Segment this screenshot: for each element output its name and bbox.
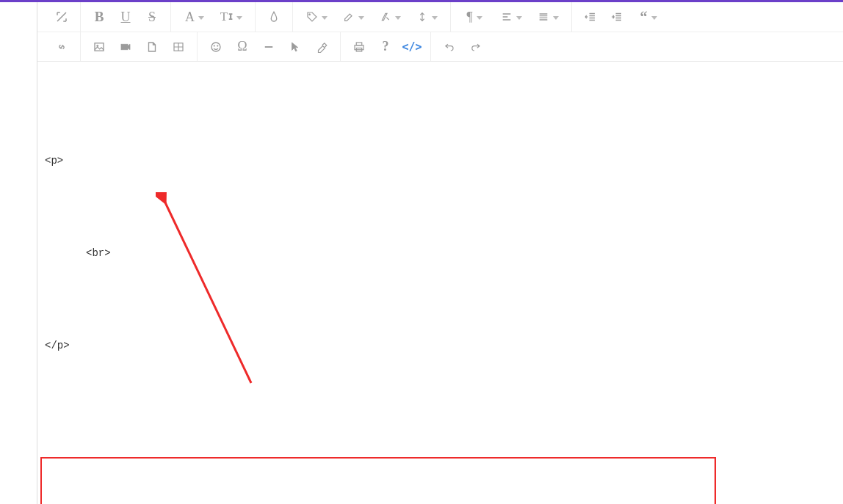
undo-button[interactable] [437, 34, 462, 59]
clear-format-button[interactable] [309, 34, 334, 59]
strike-label: S [148, 10, 156, 25]
font-color-button[interactable] [261, 4, 286, 29]
chevron-down-icon [236, 16, 242, 20]
code-view-area[interactable]: <p> <br> </p> <p><a href="#1"><strong><u… [37, 62, 843, 504]
codeview-label: </> [402, 40, 422, 54]
code-view-button[interactable]: </> [399, 34, 424, 59]
font-family-dropdown[interactable]: A [177, 4, 212, 29]
strikethrough-button[interactable]: S [140, 4, 164, 29]
svg-rect-3 [121, 44, 128, 50]
editor-container: B U S A T𝗜 [37, 2, 843, 504]
highlight-dropdown[interactable] [336, 4, 371, 29]
code-line: </p> [45, 338, 836, 354]
editor-toolbar: B U S A T𝗜 [37, 2, 843, 62]
align-dropdown[interactable] [493, 4, 529, 29]
horizontal-rule-button[interactable] [256, 34, 281, 59]
paragraph-format-dropdown[interactable]: ¶ [457, 4, 492, 29]
file-button[interactable] [140, 34, 164, 59]
chevron-down-icon [651, 16, 657, 20]
emoji-button[interactable] [203, 34, 228, 59]
video-button[interactable] [113, 34, 138, 59]
svg-point-7 [217, 45, 219, 46]
line-height-dropdown[interactable] [409, 4, 444, 29]
chevron-down-icon [198, 16, 204, 20]
code-block-1: <p> <br> </p> [45, 123, 836, 384]
chevron-down-icon [477, 16, 482, 20]
highlighted-code-box: <p><a href="#1"><strong><u><span style="… [40, 457, 716, 504]
redo-button[interactable] [463, 34, 488, 59]
outdent-button[interactable] [578, 4, 603, 29]
chevron-down-icon [358, 16, 364, 20]
svg-point-6 [214, 45, 215, 46]
indent-button[interactable] [604, 4, 629, 29]
link-button[interactable] [49, 34, 74, 59]
chevron-down-icon [516, 16, 522, 20]
help-label: ? [383, 39, 389, 54]
svg-point-5 [211, 43, 220, 51]
code-line: <p> [45, 153, 836, 169]
svg-point-0 [308, 14, 310, 15]
chevron-down-icon [395, 16, 401, 20]
image-button[interactable] [87, 34, 112, 59]
bold-button[interactable]: B [87, 4, 112, 29]
chevron-down-icon [432, 16, 438, 20]
toolbar-row-2: Ω ? [37, 32, 843, 61]
quote-dropdown[interactable]: “ [631, 4, 666, 29]
underline-button[interactable]: U [113, 4, 138, 29]
select-button[interactable] [283, 34, 308, 59]
toolbar-row-1: B U S A T𝗜 [37, 2, 843, 32]
tag-dropdown[interactable] [299, 4, 334, 29]
table-button[interactable] [166, 34, 191, 59]
underline-label: U [121, 10, 131, 25]
chevron-down-icon [322, 16, 328, 20]
list-dropdown[interactable] [530, 4, 565, 29]
font-size-dropdown[interactable]: T𝗜 [214, 4, 249, 29]
code-line: <br> [86, 246, 836, 261]
special-char-button[interactable]: Ω [230, 34, 255, 59]
svg-rect-1 [95, 43, 104, 51]
fullscreen-button[interactable] [49, 4, 74, 29]
chevron-down-icon [553, 16, 559, 20]
print-button[interactable] [347, 34, 372, 59]
help-button[interactable]: ? [373, 34, 398, 59]
style-dropdown[interactable] [372, 4, 408, 29]
bold-label: B [95, 9, 104, 25]
omega-label: Ω [237, 39, 247, 54]
